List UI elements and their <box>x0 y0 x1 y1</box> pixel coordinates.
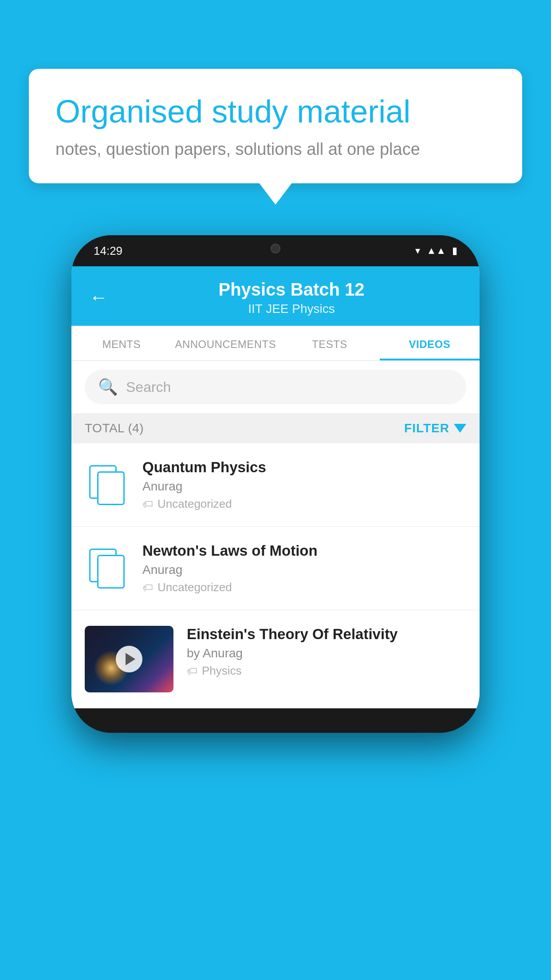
tabs: MENTS ANNOUNCEMENTS TESTS VIDEOS <box>71 326 480 361</box>
battery-icon: ▮ <box>452 245 457 257</box>
play-icon <box>126 653 135 665</box>
video-info: Quantum Physics Anurag 🏷 Uncategorized <box>142 459 466 511</box>
video-author: Anurag <box>142 563 466 577</box>
tag-label: Uncategorized <box>157 581 232 594</box>
video-author: by Anurag <box>187 646 466 660</box>
tab-videos[interactable]: VIDEOS <box>380 326 480 360</box>
status-bar: 14:29 ▾ ▲▲ ▮ <box>71 235 480 266</box>
speech-bubble-title: Organised study material <box>55 93 496 130</box>
tag-icon: 🏷 <box>187 665 197 677</box>
filter-icon <box>454 424 466 433</box>
video-tag: 🏷 Physics <box>187 664 466 678</box>
app-content: ← Physics Batch 12 IIT JEE Physics MENTS… <box>71 266 480 708</box>
file-icon <box>89 549 125 589</box>
search-bar[interactable]: 🔍 Search <box>85 370 466 404</box>
tag-icon: 🏷 <box>142 498 153 510</box>
list-item[interactable]: Quantum Physics Anurag 🏷 Uncategorized <box>71 443 480 527</box>
tab-ments[interactable]: MENTS <box>71 326 171 360</box>
video-tag: 🏷 Uncategorized <box>142 497 466 511</box>
header-title-block: Physics Batch 12 IIT JEE Physics <box>121 279 462 316</box>
file-icon-container <box>85 465 129 505</box>
tag-label: Physics <box>202 664 242 678</box>
batch-subtitle: IIT JEE Physics <box>121 302 462 316</box>
speech-bubble: Organised study material notes, question… <box>29 69 522 183</box>
video-info: Einstein's Theory Of Relativity by Anura… <box>187 626 466 678</box>
filter-label: FILTER <box>404 421 449 435</box>
status-time: 14:29 <box>94 244 122 258</box>
phone-bottom <box>71 708 480 733</box>
file-page-front <box>97 471 125 505</box>
video-tag: 🏷 Uncategorized <box>142 581 466 594</box>
video-title: Einstein's Theory Of Relativity <box>187 626 466 643</box>
search-input[interactable]: Search <box>126 379 171 395</box>
signal-icon: ▲▲ <box>426 245 446 257</box>
play-button[interactable] <box>116 646 142 672</box>
speech-bubble-subtitle: notes, question papers, solutions all at… <box>55 140 496 159</box>
video-thumbnail <box>85 626 173 692</box>
app-header: ← Physics Batch 12 IIT JEE Physics <box>71 266 480 326</box>
video-info: Newton's Laws of Motion Anurag 🏷 Uncateg… <box>142 542 466 594</box>
video-title: Quantum Physics <box>142 459 466 476</box>
total-count: TOTAL (4) <box>85 421 144 435</box>
filter-bar: TOTAL (4) FILTER <box>71 413 480 443</box>
status-icons: ▾ ▲▲ ▮ <box>415 245 457 257</box>
back-button[interactable]: ← <box>89 288 108 307</box>
tab-announcements[interactable]: ANNOUNCEMENTS <box>171 326 279 360</box>
list-item[interactable]: Newton's Laws of Motion Anurag 🏷 Uncateg… <box>71 527 480 610</box>
video-author: Anurag <box>142 479 466 494</box>
tab-tests[interactable]: TESTS <box>279 326 379 360</box>
tag-label: Uncategorized <box>157 497 232 511</box>
file-page-front <box>97 555 125 589</box>
wifi-icon: ▾ <box>415 245 420 257</box>
batch-title: Physics Batch 12 <box>121 279 462 300</box>
filter-button[interactable]: FILTER <box>404 421 466 435</box>
video-list: Quantum Physics Anurag 🏷 Uncategorized <box>71 443 480 708</box>
search-icon: 🔍 <box>98 378 118 396</box>
video-title: Newton's Laws of Motion <box>142 542 466 559</box>
phone-wrapper: 14:29 ▾ ▲▲ ▮ ← Physics Batch 12 IIT JEE … <box>71 235 480 733</box>
camera-icon <box>271 244 280 253</box>
tag-icon: 🏷 <box>142 581 153 594</box>
notch <box>231 235 320 262</box>
file-icon <box>89 465 125 505</box>
phone: 14:29 ▾ ▲▲ ▮ ← Physics Batch 12 IIT JEE … <box>71 235 480 733</box>
file-icon-container <box>85 549 129 589</box>
list-item[interactable]: Einstein's Theory Of Relativity by Anura… <box>71 610 480 708</box>
search-container: 🔍 Search <box>71 361 480 413</box>
